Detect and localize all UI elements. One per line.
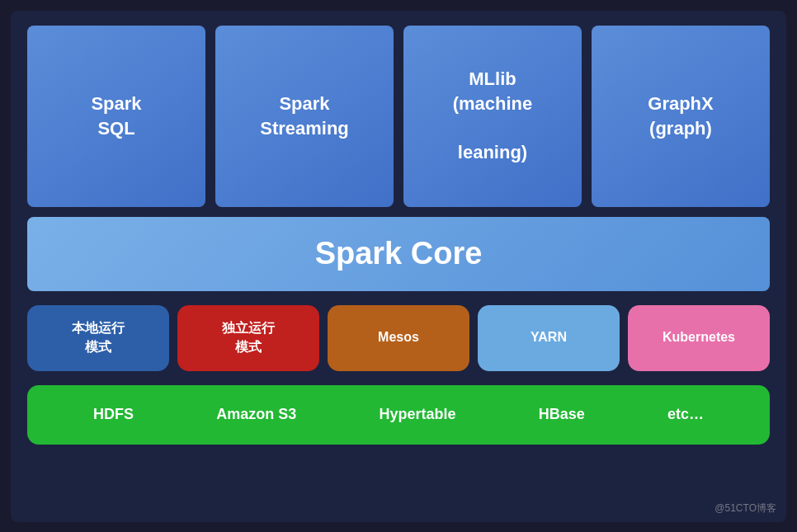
mllib-label: MLlib(machineleaning): [453, 67, 533, 165]
storage-row: HDFS Amazon S3 Hypertable HBase etc…: [27, 385, 770, 445]
local-mode-label: 本地运行模式: [72, 319, 125, 356]
spark-streaming-box: SparkStreaming: [215, 26, 394, 207]
watermark: @51CTO博客: [714, 501, 776, 516]
mesos-label: Mesos: [378, 328, 419, 346]
spark-core-label: Spark Core: [315, 236, 483, 271]
yarn-box: YARN: [478, 305, 620, 371]
storage-hbase: HBase: [539, 406, 585, 423]
spark-architecture-diagram: SparkSQL SparkStreaming MLlib(machinelea…: [11, 11, 786, 522]
standalone-box: 独立运行模式: [177, 305, 319, 371]
storage-etc: etc…: [667, 406, 704, 423]
spark-sql-label: SparkSQL: [91, 92, 141, 140]
yarn-label: YARN: [531, 328, 567, 346]
graphx-label: GraphX(graph): [648, 92, 713, 140]
modules-row: SparkSQL SparkStreaming MLlib(machinelea…: [27, 26, 770, 207]
graphx-box: GraphX(graph): [592, 26, 770, 207]
spark-streaming-label: SparkStreaming: [260, 92, 349, 140]
storage-s3: Amazon S3: [216, 406, 296, 423]
mesos-box: Mesos: [328, 305, 469, 371]
storage-hypertable: Hypertable: [379, 406, 455, 423]
kubernetes-label: Kubernetes: [663, 328, 735, 346]
local-mode-box: 本地运行模式: [27, 305, 169, 371]
kubernetes-box: Kubernetes: [628, 305, 770, 371]
mllib-box: MLlib(machineleaning): [403, 26, 582, 207]
spark-core-row: Spark Core: [27, 217, 770, 291]
spark-sql-box: SparkSQL: [27, 26, 205, 207]
standalone-label: 独立运行模式: [222, 319, 275, 356]
cluster-row: 本地运行模式 独立运行模式 Mesos YARN Kubernetes: [27, 301, 770, 375]
storage-hdfs: HDFS: [93, 406, 134, 423]
